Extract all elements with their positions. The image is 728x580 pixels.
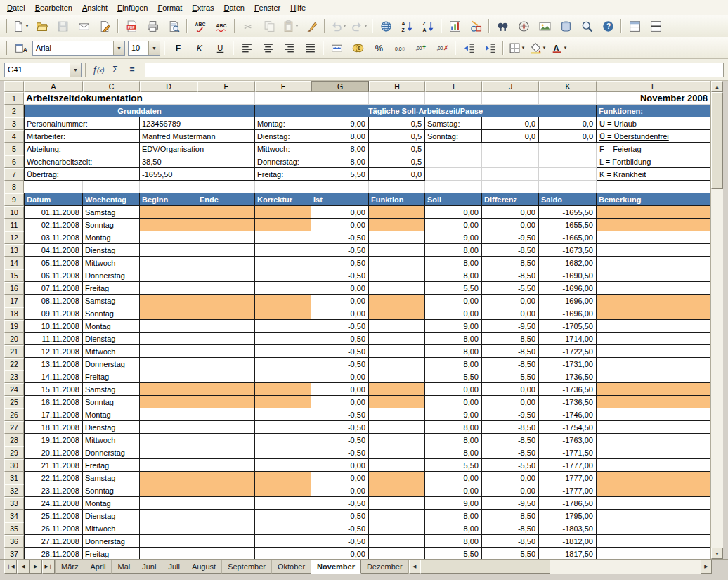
cell-ende[interactable] — [197, 548, 255, 559]
field-label[interactable]: Mitarbeiter: — [24, 130, 140, 143]
col-header-ende[interactable]: Ende — [197, 193, 255, 206]
cell-soll[interactable]: 8,00 — [425, 535, 482, 548]
row-header[interactable]: 23 — [4, 370, 24, 383]
sollzeit-header-cell[interactable]: Tägliche Soll-Arbeitszeit/Pause — [255, 105, 597, 117]
field-label[interactable]: Übertrag: — [24, 168, 140, 181]
cell-saldo[interactable]: -1763,00 — [539, 434, 597, 446]
weekday-soll[interactable]: 8,00 — [311, 143, 369, 155]
row-header[interactable]: 24 — [4, 383, 24, 396]
cell[interactable] — [425, 155, 482, 168]
cell-korrektur[interactable] — [255, 345, 311, 358]
column-header-d[interactable]: D — [140, 81, 197, 92]
cell-funktion[interactable] — [369, 282, 425, 295]
cell-ende[interactable] — [197, 434, 255, 446]
row-header[interactable]: 17 — [4, 295, 24, 307]
cell-funktion[interactable] — [369, 257, 425, 269]
last-sheet-button[interactable]: ▶❘ — [42, 560, 55, 574]
cell-saldo[interactable]: -1736,50 — [539, 396, 597, 408]
cell-ist[interactable]: -0,50 — [311, 434, 369, 446]
weekday-label[interactable]: Montag: — [255, 117, 311, 130]
col-header-differenz[interactable]: Differenz — [482, 193, 539, 206]
row-header[interactable]: 18 — [4, 307, 24, 320]
cell-wochentag[interactable]: Dienstag — [83, 510, 140, 522]
row-header[interactable]: 7 — [4, 168, 24, 181]
cell-korrektur[interactable] — [255, 295, 311, 307]
background-color-button[interactable] — [527, 39, 548, 57]
cell-soll[interactable]: 0,00 — [425, 484, 482, 497]
cell[interactable] — [482, 92, 539, 105]
cut-button[interactable]: ✂ — [238, 17, 259, 35]
cell-bemerkung[interactable] — [597, 421, 710, 434]
cell-korrektur[interactable] — [255, 206, 311, 219]
menu-daten[interactable]: Daten — [219, 2, 249, 13]
align-left-button[interactable] — [236, 39, 257, 57]
cell-ende[interactable] — [197, 510, 255, 522]
cell-soll[interactable]: 8,00 — [425, 434, 482, 446]
print-button[interactable] — [142, 17, 163, 35]
cell-beginn[interactable] — [140, 434, 197, 446]
cell-differenz[interactable]: -8,50 — [482, 358, 539, 370]
row-header[interactable]: 1 — [4, 92, 24, 105]
cell-bemerkung[interactable] — [597, 434, 710, 446]
cell-wochentag[interactable]: Sonntag — [83, 396, 140, 408]
cell-datum[interactable]: 12.11.2008 — [24, 345, 83, 358]
cell-ist[interactable]: -0,50 — [311, 522, 369, 535]
cell-ist[interactable]: 0,00 — [311, 484, 369, 497]
sheet-tab-september[interactable]: September — [221, 560, 272, 574]
cell-beginn[interactable] — [140, 522, 197, 535]
cell-funktion[interactable] — [369, 548, 425, 559]
find-replace-button[interactable] — [492, 17, 513, 35]
cell-beginn[interactable] — [140, 408, 197, 421]
first-sheet-button[interactable]: ❘◀ — [4, 560, 17, 574]
weekday-pause[interactable]: 0,5 — [369, 117, 425, 130]
cell-datum[interactable]: 27.11.2008 — [24, 535, 83, 548]
cell-saldo[interactable]: -1665,00 — [539, 231, 597, 244]
cell-korrektur[interactable] — [255, 421, 311, 434]
cell-beginn[interactable] — [140, 219, 197, 231]
cell-datum[interactable]: 28.11.2008 — [24, 548, 83, 559]
cell-funktion[interactable] — [369, 396, 425, 408]
cell-beginn[interactable] — [140, 370, 197, 383]
cell-beginn[interactable] — [140, 484, 197, 497]
cell-wochentag[interactable]: Montag — [83, 497, 140, 510]
page-preview-button[interactable] — [163, 17, 184, 35]
open-folder-button[interactable] — [31, 17, 52, 35]
cell-differenz[interactable]: -8,50 — [482, 510, 539, 522]
cell-datum[interactable]: 05.11.2008 — [24, 257, 83, 269]
cell-soll[interactable]: 9,00 — [425, 408, 482, 421]
field-value[interactable]: EDV/Organisation — [140, 143, 255, 155]
sort-ascending-button[interactable]: AZ — [396, 17, 417, 35]
column-header-k[interactable]: K — [539, 81, 597, 92]
cell-ende[interactable] — [197, 459, 255, 472]
bold-button[interactable]: F — [167, 39, 188, 57]
row-header[interactable]: 10 — [4, 206, 24, 219]
font-color-button[interactable]: A — [548, 39, 569, 57]
cell-soll[interactable]: 0,00 — [425, 383, 482, 396]
cell-wochentag[interactable]: Dienstag — [83, 333, 140, 345]
cell-differenz[interactable]: -8,50 — [482, 244, 539, 257]
cell-saldo[interactable]: -1696,00 — [539, 282, 597, 295]
funktion-legend[interactable]: K = Krankheit — [597, 168, 710, 181]
cell-bemerkung[interactable] — [597, 231, 710, 244]
cell-saldo[interactable]: -1705,50 — [539, 320, 597, 333]
cell-funktion[interactable] — [369, 244, 425, 257]
cell-beginn[interactable] — [140, 510, 197, 522]
cell-datum[interactable]: 02.11.2008 — [24, 219, 83, 231]
cell-funktion[interactable] — [369, 333, 425, 345]
cell-bemerkung[interactable] — [597, 484, 710, 497]
cell-ist[interactable]: -0,50 — [311, 231, 369, 244]
cell-ist[interactable]: 0,00 — [311, 383, 369, 396]
cell-wochentag[interactable]: Freitag — [83, 548, 140, 559]
weekday-soll[interactable]: 5,50 — [311, 168, 369, 181]
cell-bemerkung[interactable] — [597, 345, 710, 358]
decrease-indent-button[interactable] — [458, 39, 479, 57]
cell-funktion[interactable] — [369, 358, 425, 370]
row-header[interactable]: 32 — [4, 484, 24, 497]
cell-ist[interactable]: -0,50 — [311, 257, 369, 269]
redo-button[interactable] — [349, 17, 370, 35]
cell-ende[interactable] — [197, 257, 255, 269]
cell-funktion[interactable] — [369, 510, 425, 522]
cell-korrektur[interactable] — [255, 383, 311, 396]
cell-bemerkung[interactable] — [597, 320, 710, 333]
cell-bemerkung[interactable] — [597, 206, 710, 219]
